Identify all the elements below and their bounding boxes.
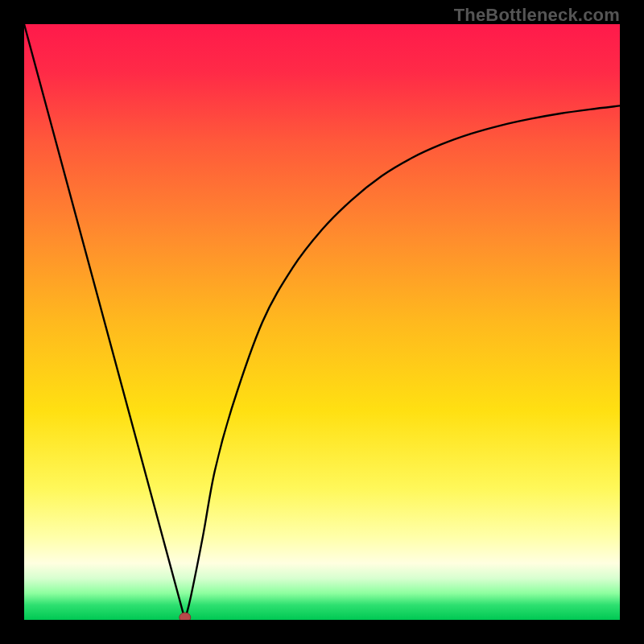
watermark-text: TheBottleneck.com (454, 5, 620, 26)
plot-svg (24, 24, 620, 620)
optimum-marker (180, 613, 191, 620)
bottleneck-curve (24, 24, 620, 620)
chart-frame (24, 24, 620, 620)
